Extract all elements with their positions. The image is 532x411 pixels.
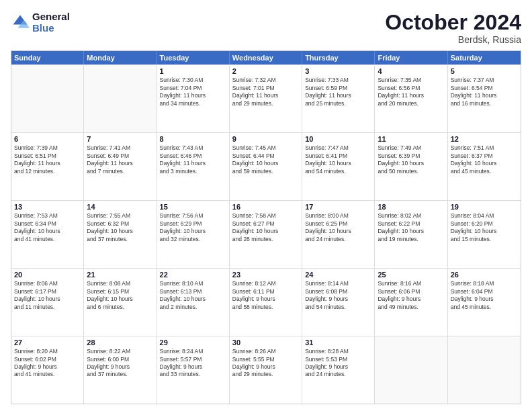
day-15: 15Sunrise: 7:56 AM Sunset: 6:29 PM Dayli… bbox=[157, 201, 230, 268]
day-number-4: 4 bbox=[378, 67, 444, 75]
day-info-12: Sunrise: 7:51 AM Sunset: 6:37 PM Dayligh… bbox=[451, 144, 518, 175]
logo: General Blue bbox=[11, 11, 70, 34]
day-5: 5Sunrise: 7:37 AM Sunset: 6:54 PM Daylig… bbox=[448, 65, 521, 132]
day-info-26: Sunrise: 8:18 AM Sunset: 6:04 PM Dayligh… bbox=[451, 280, 518, 311]
day-number-7: 7 bbox=[87, 135, 153, 143]
logo-icon bbox=[11, 13, 30, 32]
empty-cell-4-6 bbox=[448, 336, 521, 404]
day-number-31: 31 bbox=[305, 338, 371, 347]
day-info-29: Sunrise: 8:24 AM Sunset: 5:57 PM Dayligh… bbox=[160, 348, 226, 379]
day-number-8: 8 bbox=[160, 135, 226, 143]
day-10: 10Sunrise: 7:47 AM Sunset: 6:41 PM Dayli… bbox=[302, 133, 375, 200]
day-31: 31Sunrise: 8:28 AM Sunset: 5:53 PM Dayli… bbox=[302, 336, 375, 404]
day-19: 19Sunrise: 8:04 AM Sunset: 6:20 PM Dayli… bbox=[448, 201, 521, 268]
day-16: 16Sunrise: 7:58 AM Sunset: 6:27 PM Dayli… bbox=[230, 201, 302, 268]
day-number-18: 18 bbox=[378, 203, 444, 211]
day-number-26: 26 bbox=[451, 271, 518, 279]
day-info-30: Sunrise: 8:26 AM Sunset: 5:55 PM Dayligh… bbox=[232, 348, 299, 379]
day-number-16: 16 bbox=[232, 203, 299, 211]
day-info-3: Sunrise: 7:33 AM Sunset: 6:59 PM Dayligh… bbox=[305, 77, 371, 107]
header-tuesday: Tuesday bbox=[157, 51, 230, 64]
day-info-22: Sunrise: 8:10 AM Sunset: 6:13 PM Dayligh… bbox=[160, 280, 226, 311]
week-row-4: 20Sunrise: 8:06 AM Sunset: 6:17 PM Dayli… bbox=[11, 268, 521, 336]
day-3: 3Sunrise: 7:33 AM Sunset: 6:59 PM Daylig… bbox=[302, 65, 375, 132]
day-info-21: Sunrise: 8:08 AM Sunset: 6:15 PM Dayligh… bbox=[87, 280, 153, 311]
day-info-16: Sunrise: 7:58 AM Sunset: 6:27 PM Dayligh… bbox=[232, 212, 299, 243]
day-number-29: 29 bbox=[160, 338, 226, 347]
day-number-1: 1 bbox=[160, 67, 226, 75]
day-info-24: Sunrise: 8:14 AM Sunset: 6:08 PM Dayligh… bbox=[305, 280, 371, 311]
day-number-6: 6 bbox=[14, 135, 81, 143]
day-info-25: Sunrise: 8:16 AM Sunset: 6:06 PM Dayligh… bbox=[378, 280, 444, 311]
day-21: 21Sunrise: 8:08 AM Sunset: 6:15 PM Dayli… bbox=[84, 269, 157, 336]
day-info-23: Sunrise: 8:12 AM Sunset: 6:11 PM Dayligh… bbox=[232, 280, 299, 311]
day-number-22: 22 bbox=[160, 271, 226, 279]
header-wednesday: Wednesday bbox=[230, 51, 302, 64]
week-row-5: 27Sunrise: 8:20 AM Sunset: 6:02 PM Dayli… bbox=[11, 336, 521, 404]
empty-cell-0-1 bbox=[84, 65, 157, 132]
day-11: 11Sunrise: 7:49 AM Sunset: 6:39 PM Dayli… bbox=[375, 133, 447, 200]
day-13: 13Sunrise: 7:53 AM Sunset: 6:34 PM Dayli… bbox=[11, 201, 84, 268]
day-number-24: 24 bbox=[305, 271, 371, 279]
day-2: 2Sunrise: 7:32 AM Sunset: 7:01 PM Daylig… bbox=[230, 65, 302, 132]
week-row-3: 13Sunrise: 7:53 AM Sunset: 6:34 PM Dayli… bbox=[11, 200, 521, 268]
week-row-2: 6Sunrise: 7:39 AM Sunset: 6:51 PM Daylig… bbox=[11, 132, 521, 200]
day-28: 28Sunrise: 8:22 AM Sunset: 6:00 PM Dayli… bbox=[84, 336, 157, 404]
header-friday: Friday bbox=[375, 51, 447, 64]
week-row-1: 1Sunrise: 7:30 AM Sunset: 7:04 PM Daylig… bbox=[11, 64, 521, 132]
day-info-9: Sunrise: 7:45 AM Sunset: 6:44 PM Dayligh… bbox=[232, 144, 299, 175]
title-block: October 2024 Berdsk, Russia bbox=[385, 11, 521, 45]
empty-cell-0-0 bbox=[11, 65, 84, 132]
day-number-2: 2 bbox=[232, 67, 299, 75]
day-info-31: Sunrise: 8:28 AM Sunset: 5:53 PM Dayligh… bbox=[305, 348, 371, 379]
day-info-28: Sunrise: 8:22 AM Sunset: 6:00 PM Dayligh… bbox=[87, 348, 153, 379]
day-29: 29Sunrise: 8:24 AM Sunset: 5:57 PM Dayli… bbox=[157, 336, 230, 404]
day-info-15: Sunrise: 7:56 AM Sunset: 6:29 PM Dayligh… bbox=[160, 212, 226, 243]
day-info-4: Sunrise: 7:35 AM Sunset: 6:56 PM Dayligh… bbox=[378, 77, 444, 107]
day-number-5: 5 bbox=[451, 67, 518, 75]
day-number-12: 12 bbox=[451, 135, 518, 143]
calendar-body: 1Sunrise: 7:30 AM Sunset: 7:04 PM Daylig… bbox=[11, 64, 521, 404]
day-8: 8Sunrise: 7:43 AM Sunset: 6:46 PM Daylig… bbox=[157, 133, 230, 200]
day-14: 14Sunrise: 7:55 AM Sunset: 6:32 PM Dayli… bbox=[84, 201, 157, 268]
day-number-23: 23 bbox=[232, 271, 299, 279]
day-info-19: Sunrise: 8:04 AM Sunset: 6:20 PM Dayligh… bbox=[451, 212, 518, 243]
day-info-27: Sunrise: 8:20 AM Sunset: 6:02 PM Dayligh… bbox=[14, 348, 81, 379]
day-number-27: 27 bbox=[14, 338, 81, 347]
empty-cell-4-5 bbox=[375, 336, 447, 404]
day-info-14: Sunrise: 7:55 AM Sunset: 6:32 PM Dayligh… bbox=[87, 212, 153, 243]
day-4: 4Sunrise: 7:35 AM Sunset: 6:56 PM Daylig… bbox=[375, 65, 447, 132]
day-info-13: Sunrise: 7:53 AM Sunset: 6:34 PM Dayligh… bbox=[14, 212, 81, 243]
day-30: 30Sunrise: 8:26 AM Sunset: 5:55 PM Dayli… bbox=[230, 336, 302, 404]
day-number-10: 10 bbox=[305, 135, 371, 143]
main-title: October 2024 bbox=[385, 11, 521, 34]
day-info-10: Sunrise: 7:47 AM Sunset: 6:41 PM Dayligh… bbox=[305, 144, 371, 175]
day-6: 6Sunrise: 7:39 AM Sunset: 6:51 PM Daylig… bbox=[11, 133, 84, 200]
day-25: 25Sunrise: 8:16 AM Sunset: 6:06 PM Dayli… bbox=[375, 269, 447, 336]
day-info-2: Sunrise: 7:32 AM Sunset: 7:01 PM Dayligh… bbox=[232, 77, 299, 107]
day-number-13: 13 bbox=[14, 203, 81, 211]
day-number-15: 15 bbox=[160, 203, 226, 211]
day-info-5: Sunrise: 7:37 AM Sunset: 6:54 PM Dayligh… bbox=[451, 77, 518, 107]
day-12: 12Sunrise: 7:51 AM Sunset: 6:37 PM Dayli… bbox=[448, 133, 521, 200]
day-18: 18Sunrise: 8:02 AM Sunset: 6:22 PM Dayli… bbox=[375, 201, 447, 268]
day-info-11: Sunrise: 7:49 AM Sunset: 6:39 PM Dayligh… bbox=[378, 144, 444, 175]
calendar: Sunday Monday Tuesday Wednesday Thursday… bbox=[11, 50, 521, 404]
logo-text: General Blue bbox=[32, 11, 70, 34]
header-sunday: Sunday bbox=[11, 51, 84, 64]
day-9: 9Sunrise: 7:45 AM Sunset: 6:44 PM Daylig… bbox=[230, 133, 302, 200]
day-number-19: 19 bbox=[451, 203, 518, 211]
subtitle: Berdsk, Russia bbox=[385, 34, 521, 45]
day-22: 22Sunrise: 8:10 AM Sunset: 6:13 PM Dayli… bbox=[157, 269, 230, 336]
day-1: 1Sunrise: 7:30 AM Sunset: 7:04 PM Daylig… bbox=[157, 65, 230, 132]
day-info-20: Sunrise: 8:06 AM Sunset: 6:17 PM Dayligh… bbox=[14, 280, 81, 311]
calendar-header: Sunday Monday Tuesday Wednesday Thursday… bbox=[11, 51, 521, 64]
day-number-17: 17 bbox=[305, 203, 371, 211]
header: General Blue October 2024 Berdsk, Russia bbox=[11, 11, 521, 45]
day-17: 17Sunrise: 8:00 AM Sunset: 6:25 PM Dayli… bbox=[302, 201, 375, 268]
day-26: 26Sunrise: 8:18 AM Sunset: 6:04 PM Dayli… bbox=[448, 269, 521, 336]
day-number-9: 9 bbox=[232, 135, 299, 143]
day-7: 7Sunrise: 7:41 AM Sunset: 6:49 PM Daylig… bbox=[84, 133, 157, 200]
day-20: 20Sunrise: 8:06 AM Sunset: 6:17 PM Dayli… bbox=[11, 269, 84, 336]
day-27: 27Sunrise: 8:20 AM Sunset: 6:02 PM Dayli… bbox=[11, 336, 84, 404]
